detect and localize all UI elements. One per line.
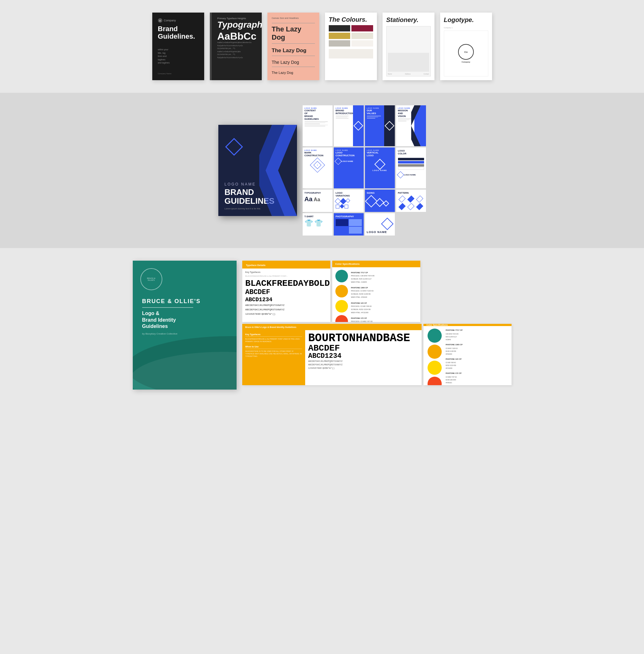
card-colours: The Colours. xyxy=(325,13,377,80)
circle-orange xyxy=(336,285,348,297)
font2-display-2: ABCDEF xyxy=(308,344,418,353)
circle-yellow xyxy=(336,300,348,313)
logotype-title: Logotype. xyxy=(444,16,488,24)
r2c-variations-shapes xyxy=(336,199,362,203)
row1-brand-guidelines: ⊕ Company Brand Guidelines. within yourt… xyxy=(0,0,644,93)
wl-title-1: Key Typefaces xyxy=(246,333,302,336)
r2c-title-photography: PHOTOGRAPHY xyxy=(336,215,362,218)
circle-teal xyxy=(336,270,348,282)
card-lazy-dog-pink: Canvas Size and Headlines The Lazy Dog T… xyxy=(268,13,319,80)
r2c-vl-diamond xyxy=(374,159,385,170)
pantone-1: PANTONE 7717 CP xyxy=(351,271,417,274)
swatch-row-2 xyxy=(329,33,373,39)
pantone-4: PANTONE 172 CP xyxy=(351,317,417,320)
r2c-aa-display: Aa Aa xyxy=(304,196,331,203)
wl-line-1 xyxy=(246,336,302,337)
brand-guide-title: Brand Guidelines. xyxy=(158,25,199,40)
r2c-title-sizing: SIZING xyxy=(367,192,393,194)
typo-title: Typography. xyxy=(217,20,257,30)
r2c-photo-grid xyxy=(336,219,362,234)
brand-footer: Company Name xyxy=(158,73,199,74)
stat-footer-contact: Contact xyxy=(423,73,429,75)
orange-header-typeface: Typeface Details xyxy=(242,261,330,268)
font2-small-1: ABCDEFGHIJKLMNOPQRSTUVWXYZ xyxy=(308,360,418,363)
size-sm xyxy=(383,200,389,207)
swatch-row-1 xyxy=(329,25,373,31)
photo-4 xyxy=(349,227,362,234)
rrc-circle-yellow xyxy=(428,361,442,375)
r2c-logo-con-area: LOGO NAME xyxy=(336,159,362,164)
photo-2 xyxy=(349,219,362,226)
r2c-logo-final: LOGO NAME xyxy=(365,213,395,236)
r2c-lines-values xyxy=(367,116,381,119)
r2c-lnr-text: LOGO NAME xyxy=(404,174,416,176)
rrc-circle-orange xyxy=(428,345,442,359)
rrc-header: Color Specifications xyxy=(423,324,511,326)
r2c-mark-construction: LOGO NAME MARKCONSTRUCTION xyxy=(303,147,332,188)
r2c-vl-content: LOGO NAME xyxy=(367,158,393,171)
r3-page-colors: Color Specifications PANTONE 7717 CP PRO… xyxy=(332,261,420,322)
r2c-title-tshirt: T-SHIRT xyxy=(304,215,331,218)
font1-display-3: ABCD1234 xyxy=(246,297,327,302)
wide-content: Key Typefaces BLACkFREEDAYBOLDE is the P… xyxy=(242,330,421,385)
r2c-lnl-diamond xyxy=(381,218,394,230)
r2c-logo-variations: LOGOVARIATIONS xyxy=(334,190,364,212)
rrc-pantone-1: PANTONE 7717 CP xyxy=(446,329,509,332)
rrc-pantone-4: PANTONE 172 CP xyxy=(446,372,509,375)
rrc-pantone-2: PANTONE 1365 CP xyxy=(446,343,509,346)
cs-blue xyxy=(398,161,424,164)
row3-book-cover: BRUCE &OLLIE'S BRUCE & OLLIE'S Logo &Bra… xyxy=(133,261,236,390)
r2c-blue-accent-mission xyxy=(414,105,426,146)
r2c-title-logo-con: LOGOCONSTRUCTION xyxy=(336,151,362,157)
pg-5 xyxy=(408,203,415,210)
aa-med: Aa xyxy=(314,197,320,202)
tshirt-blue: 👕 xyxy=(314,219,323,227)
cs-dark xyxy=(398,158,424,160)
r2c-lnl-name: LOGO NAME xyxy=(367,231,393,234)
cs-gray xyxy=(398,164,424,167)
r2c-mission: LOGO NAME MISSIONANDVISION xyxy=(396,105,426,146)
row3-inner-pages: Typeface Details Key Typefaces BLACKFREE… xyxy=(242,261,511,385)
tshirt-white: 👕 xyxy=(304,219,313,227)
font2-display-3: ABCD1234 xyxy=(308,353,418,360)
font2-small-3: 1234567890!@#$%^&*() xyxy=(308,367,418,370)
r2c-title-vertical: VERTICALLOGO xyxy=(367,151,393,157)
photo-1 xyxy=(336,219,349,226)
stat-footer-addr: Address xyxy=(405,73,411,75)
r2c-variations-shapes-2 xyxy=(336,205,362,209)
circle-red xyxy=(336,315,348,322)
orange-content-typeface: Key Typefaces BLACKFREEDAYBOLDE is the P… xyxy=(242,268,330,322)
company-logo-icon: ⊕ xyxy=(158,18,162,23)
center-dot xyxy=(317,165,318,165)
r2c-title-content: CONTENTOFBRANDGUIDELINES xyxy=(304,109,331,120)
company-row: ⊕ Company xyxy=(158,18,199,23)
logotype-subtitle: Company 1 xyxy=(444,27,488,29)
colour-swatches xyxy=(329,25,373,76)
swatch-light xyxy=(351,40,373,47)
var-outline-sm xyxy=(345,198,350,203)
r2c-lnr-diamond xyxy=(397,171,404,178)
swatch-dark xyxy=(329,25,350,31)
r2c-size-shapes xyxy=(367,197,393,205)
var-square xyxy=(336,205,340,209)
font1-small-3: 1234567890!@#$%^&*() xyxy=(246,312,327,316)
logo-circle: Co xyxy=(458,44,474,60)
ld-h3: The Lazy Dog xyxy=(272,60,315,65)
stationery-paper: Name Address Contact xyxy=(386,26,431,76)
pg-3 xyxy=(416,196,423,203)
rrc-specs-text: PANTONE 7717 CP C96 M40 Y64 K40R25 G148 … xyxy=(446,329,509,385)
row2-spread-cards: LOGO NAME CONTENTOFBRANDGUIDELINES LOGO … xyxy=(303,105,426,236)
company-name-under-logo: Company xyxy=(458,61,474,63)
font1-display-1: BLACKFREEDAYBOLDE xyxy=(246,279,327,288)
rrc-circle-red xyxy=(428,377,442,385)
r2c-title-typography: TYPOGRAPHY xyxy=(304,192,331,194)
stat-footer-name: Name xyxy=(388,73,392,75)
r2c-title-pattern: PATTERN xyxy=(398,192,424,194)
r2c-pattern: PATTERN xyxy=(396,190,426,212)
wl-line-2 xyxy=(246,349,302,349)
book-brand-name: BRUCE & OLLIE'S xyxy=(142,298,227,305)
color-circles-display xyxy=(336,270,348,322)
r2c-title-logo-color: LOGOCOLOR xyxy=(398,149,424,155)
color-specs-text: PANTONE 7717 CP PROCESS: C96 M40 Y64 K40… xyxy=(351,270,417,322)
diamond-logo-icon xyxy=(225,138,243,156)
